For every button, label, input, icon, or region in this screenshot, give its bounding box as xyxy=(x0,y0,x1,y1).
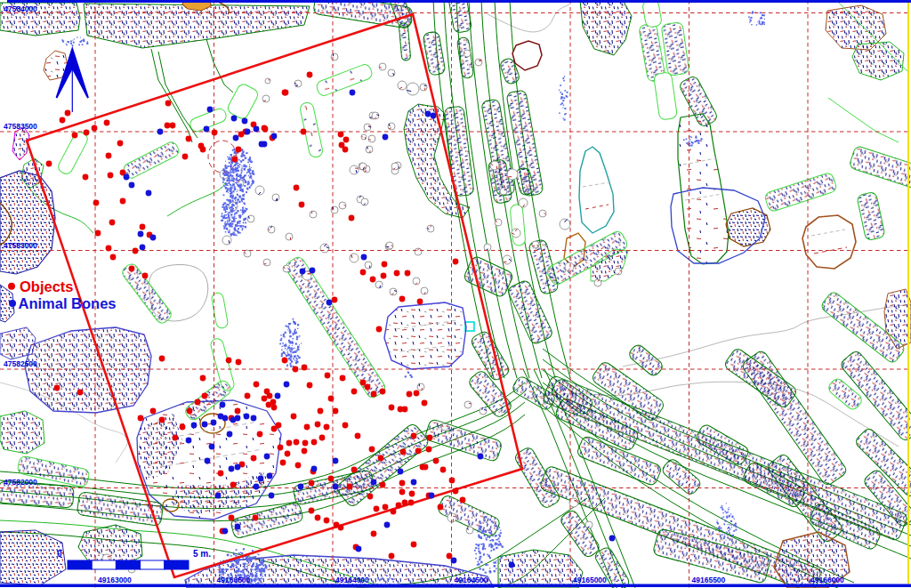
svg-text:49165500: 49165500 xyxy=(692,576,726,584)
svg-text:5 m.: 5 m. xyxy=(193,549,211,559)
svg-text:47583000: 47583000 xyxy=(4,241,37,250)
svg-text:49166000: 49166000 xyxy=(810,576,844,584)
svg-text:47582500: 47582500 xyxy=(4,359,37,368)
svg-text:0: 0 xyxy=(57,549,62,559)
svg-text:47584000: 47584000 xyxy=(4,4,37,13)
svg-text:Objects: Objects xyxy=(20,278,74,294)
svg-text:49163500: 49163500 xyxy=(217,576,251,584)
svg-text:49165000: 49165000 xyxy=(573,576,607,584)
svg-text:47582000: 47582000 xyxy=(4,478,37,487)
svg-text:49163000: 49163000 xyxy=(98,576,132,584)
svg-text:Animal Bones: Animal Bones xyxy=(19,295,117,311)
svg-text:47583500: 47583500 xyxy=(4,122,37,131)
svg-text:49164000: 49164000 xyxy=(335,576,369,584)
svg-text:49164500: 49164500 xyxy=(455,576,488,584)
